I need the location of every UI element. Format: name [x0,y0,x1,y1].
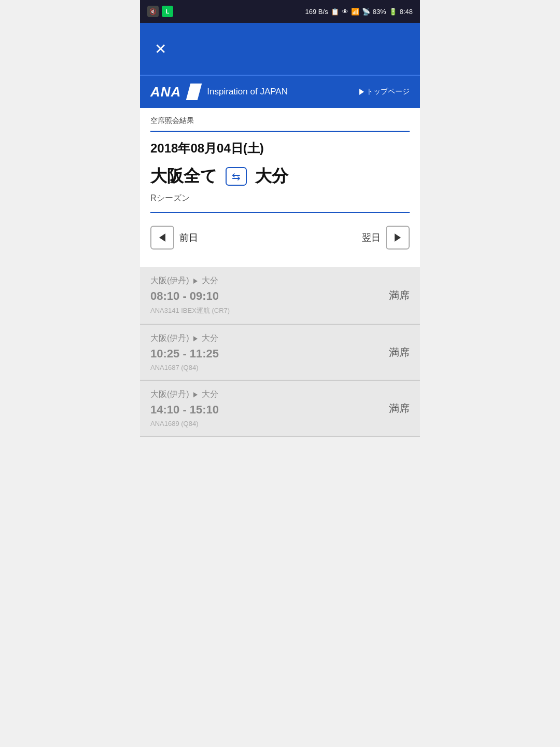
flight-from: 大阪(伊丹) [150,333,189,344]
page-subtitle: 空席照会結果 [150,116,410,132]
battery-pct: 83% [373,8,386,16]
flight-code: ANA1687 (Q84) [150,364,389,371]
route-row: 大阪全て ⇆ 大分 [150,165,410,188]
wifi-icon: 📶 [351,8,359,16]
ana-navbar: ANA Inspiration of JAPAN トップページ [140,75,420,108]
season-label: Rシーズン [150,193,410,213]
flight-route: 大阪(伊丹) 大分 [150,275,389,286]
prev-day-label: 前日 [179,231,198,244]
prev-day-button[interactable] [150,226,174,250]
flight-card[interactable]: 大阪(伊丹) 大分 14:10 - 15:10 ANA1689 (Q84) 満席 [140,381,420,437]
mute-icon: 🔇 [147,6,159,17]
triangle-right-icon [359,89,364,95]
route-arrow-icon [193,279,198,284]
swap-button[interactable]: ⇆ [226,167,247,186]
flight-time: 10:25 - 11:25 [150,347,389,361]
flight-info: 大阪(伊丹) 大分 10:25 - 11:25 ANA1687 (Q84) [150,333,389,371]
flight-time: 08:10 - 09:10 [150,289,389,303]
status-left: 🔇 L [147,6,173,17]
route-to: 大分 [255,165,288,188]
top-page-label: トップページ [366,87,410,96]
next-day-button[interactable] [386,226,410,250]
route-from: 大阪全て [150,165,217,188]
status-bar: 🔇 L 169 B/s 📋 👁 📶 📡 83% 🔋 8:48 [140,0,420,23]
clipboard-icon: 📋 [331,8,339,16]
close-button[interactable]: ✕ [155,40,166,58]
main-content: 空席照会結果 2018年08月04日(土) 大阪全て ⇆ 大分 Rシーズン 前日… [140,108,420,267]
flight-info: 大阪(伊丹) 大分 08:10 - 09:10 ANA3141 IBEX運航 (… [150,275,389,315]
top-banner: ✕ [140,23,420,75]
flight-route: 大阪(伊丹) 大分 [150,333,389,344]
flight-time: 14:10 - 15:10 [150,403,389,417]
flight-card[interactable]: 大阪(伊丹) 大分 10:25 - 11:25 ANA1687 (Q84) 満席 [140,325,420,381]
flights-section: 大阪(伊丹) 大分 08:10 - 09:10 ANA3141 IBEX運航 (… [140,267,420,437]
top-page-link[interactable]: トップページ [359,87,410,96]
flight-from: 大阪(伊丹) [150,275,189,286]
battery-icon: 🔋 [389,8,397,16]
flight-status: 満席 [389,402,410,416]
status-right: 169 B/s 📋 👁 📶 📡 83% 🔋 8:48 [305,8,413,16]
line-icon: L [162,6,173,17]
flight-status: 満席 [389,345,410,359]
next-day-label: 翌日 [362,231,381,244]
clock: 8:48 [400,8,413,16]
flight-route: 大阪(伊丹) 大分 [150,389,389,400]
flight-date: 2018年08月04日(土) [150,140,410,157]
signal-icon: 📡 [362,8,370,16]
ana-logo-text: ANA [150,84,181,100]
day-navigation: 前日 翌日 [150,222,410,254]
flight-to: 大分 [202,333,218,344]
ana-slash-icon [186,84,202,100]
prev-day-group: 前日 [150,226,198,250]
flight-info: 大阪(伊丹) 大分 14:10 - 15:10 ANA1689 (Q84) [150,389,389,427]
arrow-right-icon [395,233,401,242]
ana-logo: ANA Inspiration of JAPAN [150,84,288,100]
arrow-left-icon [159,233,165,242]
next-day-group: 翌日 [362,226,410,250]
ana-tagline: Inspiration of JAPAN [207,87,288,97]
network-speed: 169 B/s [305,8,328,16]
eye-icon: 👁 [342,8,348,16]
flight-to: 大分 [202,275,218,286]
route-arrow-icon [193,336,198,341]
swap-icon: ⇆ [232,170,241,183]
flight-code: ANA1689 (Q84) [150,420,389,427]
flight-card[interactable]: 大阪(伊丹) 大分 08:10 - 09:10 ANA3141 IBEX運航 (… [140,267,420,325]
flight-from: 大阪(伊丹) [150,389,189,400]
route-arrow-icon [193,392,198,397]
flight-status: 満席 [389,288,410,302]
flight-code: ANA3141 IBEX運航 (CR7) [150,306,389,315]
flight-to: 大分 [202,389,218,400]
